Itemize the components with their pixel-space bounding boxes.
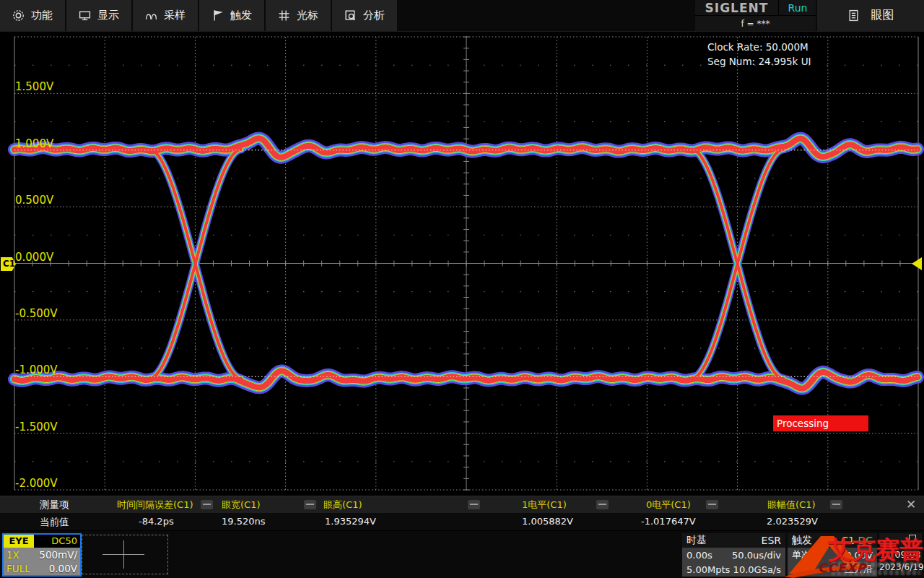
y-tick-label: 1.500V: [15, 81, 53, 93]
clock-date: 2023/6/19: [879, 562, 922, 572]
channel-placeholder-box[interactable]: [82, 535, 168, 574]
y-tick-label: 0.000V: [15, 251, 53, 264]
remove-measurement-button[interactable]: [830, 500, 842, 509]
gear-icon: [12, 9, 25, 22]
notification-icon: [909, 535, 916, 542]
trigger-title: 触发: [792, 534, 812, 547]
y-tick-label: -1.500V: [15, 421, 58, 434]
trigger-coupling: DC: [858, 535, 873, 546]
meas-value: 1.935294V: [325, 516, 376, 527]
remove-measurement-button[interactable]: [706, 500, 718, 509]
menu-item-label: 分析: [363, 9, 385, 22]
timebase-info-box[interactable]: 时基 ESR 0.00s 50.0us/div 5.00Mpts 10.0GSa…: [682, 533, 785, 577]
freq-readout: f = ***: [695, 16, 816, 31]
bandwidth-limit: FULL: [6, 563, 30, 574]
meas-col-header: 眼宽(C1): [222, 499, 261, 512]
volts-per-div: 500mV/: [39, 549, 77, 561]
measurement-bar: 测量项 时间间隔误差(C1) 眼宽(C1) 眼高(C1) 1电平(C1) 0电平…: [0, 496, 924, 530]
run-status-badge[interactable]: Run: [778, 0, 816, 16]
analysis-icon: [344, 9, 357, 22]
meas-col-header: 时间间隔误差(C1): [117, 499, 193, 512]
oscilloscope-screen: { "menu": { "items": [ {"label": "功能", "…: [0, 0, 924, 578]
eye-menu-label: 眼图: [871, 8, 894, 23]
y-tick-label: 0.500V: [15, 194, 53, 207]
menu-item-sampling[interactable]: 采样: [133, 0, 199, 31]
channel-info-box[interactable]: EYE DC50 1X 500mV/ FULL 0.00V: [2, 533, 82, 577]
eye-list-icon: [847, 9, 860, 22]
menu-item-cursor[interactable]: 光标: [266, 0, 332, 31]
memory-depth: 5.00Mpts: [687, 564, 730, 575]
trigger-level: 0.00V: [845, 550, 873, 561]
menu-item-label: 功能: [31, 9, 53, 22]
timebase-title: 时基: [687, 534, 707, 547]
y-tick-label: 1.000V: [15, 138, 53, 150]
seg-num-readout: Seg Num: 24.995k UI: [707, 56, 811, 67]
trigger-source: C1: [841, 535, 855, 546]
sampling-icon: [145, 9, 157, 22]
remove-measurement-button[interactable]: [304, 500, 316, 509]
trigger-info-box[interactable]: 触发 C1 DC 单次 0.00V 上升沿: [788, 533, 877, 577]
y-tick-label: -1.000V: [15, 364, 58, 376]
channel-coupling: DC50: [51, 535, 77, 548]
menu-item-label: 光标: [297, 9, 318, 22]
meas-col-header: 眼幅值(C1): [767, 499, 816, 512]
close-measurements-icon[interactable]: ✕: [902, 497, 920, 512]
eye-diagram-menu[interactable]: 眼图: [817, 0, 924, 31]
y-tick-label: -0.500V: [15, 308, 58, 320]
timebase-delay: 0.00s: [687, 550, 712, 561]
menu-item-analysis[interactable]: 分析: [332, 0, 398, 31]
meas-value: -1.017647V: [641, 516, 696, 527]
sample-rate: 10.0GSa/s: [733, 564, 781, 575]
processing-indicator: Processing: [773, 415, 868, 431]
remove-measurement-button[interactable]: [596, 500, 609, 509]
trigger-slope: 上升沿: [845, 563, 873, 576]
meas-col-header: 0电平(C1): [646, 499, 691, 512]
meas-col-header: 1电平(C1): [522, 499, 567, 512]
brand-status-panel: SIGLENT Run f = ***: [695, 0, 816, 31]
meas-col-header: 眼高(C1): [323, 499, 362, 512]
menu-items: 功能 显示 采样 触发 光标: [0, 0, 398, 31]
channel-offset: 0.00V: [49, 563, 77, 574]
trigger-flag-icon: [212, 9, 224, 22]
crosshair-icon: [123, 540, 124, 569]
status-bar: EYE DC50 1X 500mV/ FULL 0.00V 时基 ESR 0.0…: [0, 531, 924, 578]
datetime-box[interactable]: 11:09:08 2023/6/19: [879, 533, 922, 575]
meas-value: 19.520ns: [222, 516, 266, 527]
probe-attenuation: 1X: [6, 549, 19, 561]
measurement-item-label: 测量项: [40, 499, 69, 512]
brand-logo: SIGLENT: [705, 1, 769, 15]
meas-value: 2.023529V: [767, 516, 818, 527]
remove-measurement-button[interactable]: [468, 500, 480, 509]
menu-item-label: 显示: [97, 9, 119, 22]
meas-value: -84.2ps: [139, 516, 174, 527]
remove-measurement-button[interactable]: [201, 500, 213, 509]
channel-mode-badge: EYE: [4, 535, 34, 548]
display-icon: [79, 9, 91, 22]
menu-item-display[interactable]: 显示: [66, 0, 133, 31]
clock-rate-readout: Clock Rate: 50.000M: [707, 41, 808, 53]
menu-item-function[interactable]: 功能: [0, 0, 66, 31]
cursor-grid-icon: [278, 9, 290, 22]
trigger-mode: 单次: [792, 548, 811, 561]
y-tick-label: -2.000V: [15, 478, 58, 490]
menu-item-trigger[interactable]: 触发: [199, 0, 266, 31]
menu-item-label: 触发: [230, 9, 252, 22]
measurement-current-label: 当前值: [40, 516, 69, 529]
meas-value: 1.005882V: [522, 516, 573, 527]
top-menu-bar: 功能 显示 采样 触发 光标: [0, 0, 924, 32]
trigger-level-marker[interactable]: [912, 257, 922, 270]
clock-time: 11:09:08: [879, 549, 922, 560]
menu-item-label: 采样: [164, 9, 186, 22]
timebase-mode: ESR: [762, 535, 781, 546]
timebase-scale: 50.0us/div: [732, 550, 781, 561]
